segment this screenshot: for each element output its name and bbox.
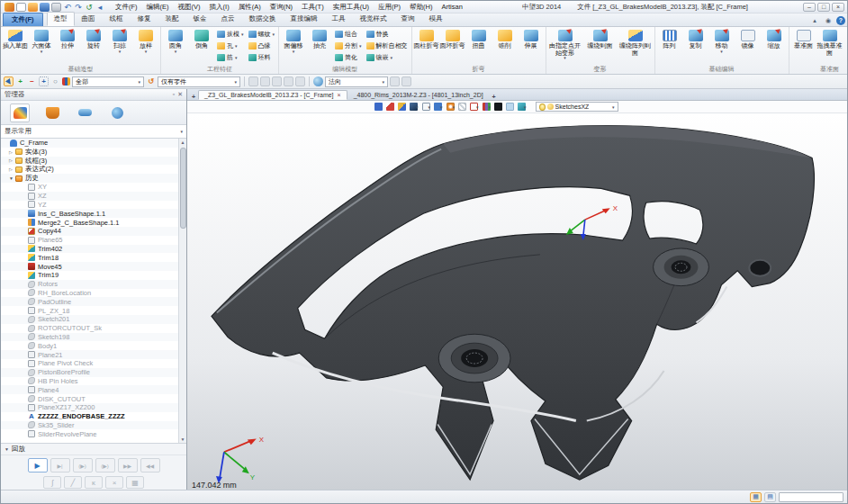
- section-collapse-icon[interactable]: ▼: [5, 446, 9, 452]
- hook-hole[interactable]: [749, 260, 771, 276]
- undo-icon[interactable]: ↶: [63, 3, 72, 12]
- ribbon-button[interactable]: 拖拽基准面▾: [817, 28, 843, 64]
- ribbon-button[interactable]: 插入草图▾: [3, 28, 28, 64]
- ribbon-button[interactable]: 拉伸▾: [55, 28, 80, 64]
- menu-item[interactable]: 文件(F): [111, 2, 142, 13]
- close-tab-icon[interactable]: ×: [338, 92, 341, 98]
- ribbon-tab[interactable]: 装配: [158, 12, 186, 26]
- globe-icon[interactable]: [313, 76, 323, 86]
- tree-item[interactable]: ▷ 线框(3): [1, 157, 178, 166]
- ribbon-tab[interactable]: 线框: [103, 12, 131, 26]
- viewport-tool-button[interactable]: ▾: [386, 103, 394, 111]
- ribbon-small-button[interactable]: 凸缘▾: [247, 40, 277, 51]
- ribbon-button[interactable]: 扫掠▾: [107, 28, 132, 64]
- tree-item[interactable]: C_Frame: [1, 139, 178, 148]
- tree-filter-combo[interactable]: 显示常用 ▾: [1, 125, 186, 139]
- ribbon-tab[interactable]: 查询: [394, 12, 422, 26]
- ribbon-button[interactable]: 扭曲▾: [466, 28, 492, 64]
- ribbon-button[interactable]: 阵列▾: [657, 28, 682, 64]
- tree-item[interactable]: Ins_C_BaseShape.1.1: [1, 209, 178, 218]
- lasso-pick-icon[interactable]: ○: [50, 76, 60, 86]
- cursor-alt-icon[interactable]: [390, 76, 400, 86]
- tree-item[interactable]: ZZZZZ_ENDOFBASE_ZZZZ: [1, 412, 178, 421]
- refresh-icon[interactable]: ↺: [146, 76, 156, 86]
- viewport-tool-button[interactable]: ▾: [410, 103, 419, 111]
- replay-play-next-button[interactable]: ▶|: [50, 458, 70, 472]
- ribbon-tab[interactable]: 数据交换: [242, 12, 284, 26]
- replay-play-span-button[interactable]: (▶): [95, 458, 115, 472]
- assembly-manager-tab[interactable]: [42, 104, 62, 122]
- ribbon-button[interactable]: 镜像▾: [735, 28, 761, 64]
- ribbon-button[interactable]: 坐标▾: [843, 28, 847, 64]
- 3d-scene[interactable]: X X Y: [187, 113, 847, 490]
- tree-item[interactable]: Merge2_C_BaseShape.1.1: [1, 218, 178, 227]
- new-tab-icon[interactable]: +: [490, 94, 499, 100]
- ribbon-small-button[interactable]: 简化▾: [333, 52, 364, 63]
- save-icon[interactable]: [40, 3, 50, 12]
- pick-expand-icon[interactable]: +: [39, 76, 49, 86]
- threaded-boss-right[interactable]: [654, 248, 709, 286]
- replay-delete-button[interactable]: ×: [105, 476, 123, 489]
- ribbon-button[interactable]: 抽壳▾: [307, 28, 332, 64]
- tree-item[interactable]: PistonBoreProfile: [1, 368, 178, 377]
- replay-forward-button[interactable]: ▶▶: [118, 458, 138, 472]
- view-orientation-combo[interactable]: SketchesXZ ▾: [536, 102, 618, 112]
- tree-item[interactable]: Move45: [1, 262, 178, 271]
- menu-item[interactable]: Artisan: [438, 2, 467, 12]
- ribbon-button[interactable]: 伸展▾: [519, 28, 544, 64]
- regen-icon[interactable]: ↺: [85, 3, 94, 12]
- clip-icon[interactable]: [248, 76, 258, 86]
- viewport-tool-button[interactable]: ▾: [374, 103, 383, 111]
- ribbon-button[interactable]: 倒角▾: [189, 28, 214, 64]
- viewport-tool-button[interactable]: ▾: [458, 103, 466, 111]
- tree-expander[interactable]: ▼: [9, 176, 15, 181]
- scroll-up-icon[interactable]: ▲: [181, 139, 185, 146]
- tree-item[interactable]: PadOutline: [1, 297, 178, 306]
- display-filter-combo[interactable]: 仅有零件▾: [158, 76, 240, 87]
- document-tab[interactable]: _Z3_GL_BrakesModelB_2013.Z3 - [C_Frame] …: [198, 90, 347, 100]
- ribbon-button[interactable]: 锥削▾: [492, 28, 518, 64]
- history-manager-tab[interactable]: [10, 104, 30, 122]
- help-button[interactable]: ?: [836, 16, 845, 25]
- menu-item[interactable]: 工具(T): [297, 2, 329, 13]
- tree-item[interactable]: ROTORCUTOUT_Sk: [1, 324, 178, 333]
- tree-expander[interactable]: ▷: [9, 166, 15, 172]
- tree-item[interactable]: ▷ 实体(3): [1, 148, 178, 157]
- select-cursor-icon[interactable]: [4, 76, 14, 86]
- tree-item[interactable]: Sk35_Slider: [1, 421, 178, 430]
- print-icon[interactable]: [51, 3, 61, 12]
- restore-button[interactable]: □: [817, 3, 830, 12]
- tree-item[interactable]: XZ: [1, 192, 178, 201]
- ribbon-tab[interactable]: 造型: [47, 12, 75, 26]
- replay-play-to-button[interactable]: (▶): [73, 458, 93, 472]
- tree-item[interactable]: Trim19: [1, 271, 178, 280]
- tree-item[interactable]: Body1: [1, 341, 178, 350]
- ribbon-small-button[interactable]: 镶嵌▾: [365, 52, 410, 63]
- tree-expander[interactable]: ▷: [9, 149, 15, 155]
- ribbon-small-button[interactable]: 螺纹▾: [247, 29, 277, 40]
- stack-mid-icon[interactable]: [284, 76, 293, 86]
- panel-float-icon[interactable]: ▫: [173, 91, 175, 98]
- minimize-button[interactable]: –: [803, 3, 816, 12]
- new-tab-icon[interactable]: +: [189, 94, 198, 100]
- tree-item[interactable]: HB Pin Holes: [1, 377, 178, 386]
- scroll-down-icon[interactable]: ▼: [181, 436, 185, 443]
- settings-icon[interactable]: ◉: [823, 16, 834, 25]
- threaded-boss-left[interactable]: [438, 334, 510, 382]
- file-menu-button[interactable]: 文件(F): [3, 13, 43, 26]
- ribbon-tab[interactable]: 钣金: [186, 12, 214, 26]
- app-logo-icon[interactable]: [5, 3, 14, 12]
- viewport-tool-button[interactable]: ▾: [447, 103, 456, 111]
- tree-item[interactable]: Plane65: [1, 236, 178, 245]
- pin-icon[interactable]: [401, 76, 411, 86]
- pick-add-icon[interactable]: +: [15, 76, 25, 86]
- viewport-tool-button[interactable]: ▾: [518, 103, 527, 111]
- ribbon-tab[interactable]: 视觉样式: [353, 12, 394, 26]
- replay-dim-button[interactable]: ĸ: [85, 476, 103, 489]
- ribbon-small-button[interactable]: 筋▾: [215, 52, 246, 63]
- ribbon-collapse-icon[interactable]: ▴: [809, 16, 820, 25]
- tree-item[interactable]: Trim18: [1, 253, 178, 262]
- redo-icon[interactable]: ↷: [74, 3, 83, 12]
- menu-item[interactable]: 查询(N): [266, 2, 297, 13]
- tree-item[interactable]: ▷ 表达式(2): [1, 165, 178, 174]
